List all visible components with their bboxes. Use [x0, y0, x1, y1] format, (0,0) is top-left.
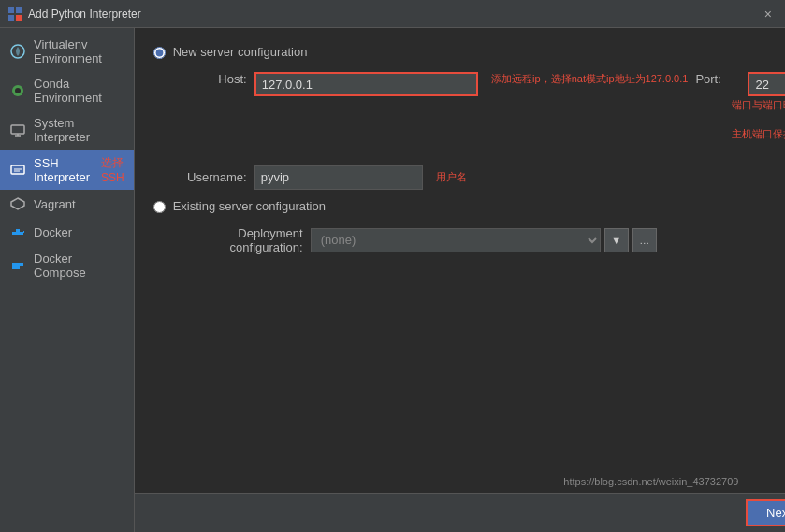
- title-bar: Add Python Interpreter ×: [0, 0, 785, 28]
- username-row: Username: 用户名: [172, 165, 785, 190]
- svg-marker-13: [11, 198, 24, 209]
- ssh-icon: [9, 162, 26, 179]
- svg-point-6: [15, 88, 21, 93]
- sidebar-item-dockercompose[interactable]: Docker Compose: [0, 246, 134, 285]
- svg-rect-0: [8, 7, 14, 13]
- sidebar-item-conda[interactable]: Conda Environment: [0, 71, 134, 110]
- sidebar: Virtualenv Environment Conda Environment…: [0, 28, 135, 532]
- host-annotation: 添加远程ip，选择nat模式ip地址为127.0.0.1: [491, 72, 688, 86]
- conda-label: Conda Environment: [34, 77, 124, 105]
- svg-rect-21: [16, 266, 20, 269]
- dialog-title: Add Python Interpreter: [28, 7, 759, 21]
- new-server-row: New server configuration: [153, 45, 785, 59]
- new-server-radio[interactable]: [153, 47, 166, 59]
- ssh-label: SSH Interpreter: [34, 156, 90, 184]
- new-server-label: New server configuration: [173, 45, 308, 59]
- sidebar-item-docker[interactable]: Docker: [0, 218, 134, 246]
- vagrant-icon: [9, 195, 26, 212]
- port-input[interactable]: [748, 72, 785, 96]
- host-input[interactable]: [254, 72, 478, 96]
- svg-rect-3: [16, 15, 22, 21]
- svg-rect-7: [11, 125, 24, 134]
- svg-rect-16: [20, 232, 23, 235]
- system-icon: [9, 122, 26, 138]
- svg-rect-18: [12, 263, 16, 266]
- sidebar-item-ssh[interactable]: SSH Interpreter 选择SSH: [0, 150, 134, 190]
- dockercompose-icon: [9, 257, 26, 274]
- bottom-bar: https://blog.csdn.net/weixin_43732709 Ne…: [135, 493, 785, 532]
- sidebar-item-system[interactable]: System Interpreter: [0, 110, 134, 150]
- watermark-text: https://blog.csdn.net/weixin_43732709: [563, 476, 738, 487]
- deployment-row: Deployment configuration: (none) ▼ …: [172, 226, 785, 254]
- virtualenv-icon: [9, 43, 26, 60]
- svg-rect-1: [16, 7, 22, 13]
- port-label: Port:: [695, 72, 720, 86]
- system-label: System Interpreter: [34, 116, 124, 144]
- svg-rect-15: [16, 232, 20, 235]
- svg-rect-19: [16, 263, 20, 266]
- svg-rect-22: [20, 263, 23, 266]
- svg-rect-17: [16, 229, 20, 232]
- username-annotation: 用户名: [436, 170, 467, 184]
- ssh-annotation: 选择SSH: [101, 155, 124, 184]
- svg-rect-2: [8, 15, 14, 21]
- new-server-form: Host: 添加远程ip，选择nat模式ip地址为127.0.0.1 Port:…: [172, 72, 785, 190]
- port-annotation: 端口与端口映射中主机端口保持一致: [729, 98, 785, 156]
- docker-icon: [9, 223, 26, 240]
- close-button[interactable]: ×: [759, 5, 778, 23]
- app-icon: [7, 7, 22, 22]
- vagrant-label: Vagrant: [34, 197, 76, 211]
- deployment-more-btn[interactable]: …: [632, 228, 657, 252]
- deployment-dropdown-btn[interactable]: ▼: [604, 228, 629, 252]
- docker-label: Docker: [34, 225, 72, 239]
- host-label: Host:: [172, 72, 247, 86]
- content-area: New server configuration Host: 添加远程ip，选择…: [135, 28, 785, 532]
- conda-icon: [9, 82, 26, 99]
- virtualenv-label: Virtualenv Environment: [34, 37, 124, 65]
- existing-server-radio[interactable]: [153, 201, 166, 213]
- deployment-controls: (none) ▼ …: [311, 228, 657, 252]
- sidebar-item-vagrant[interactable]: Vagrant: [0, 190, 134, 218]
- sidebar-item-virtualenv[interactable]: Virtualenv Environment: [0, 32, 134, 71]
- dialog-body: Virtualenv Environment Conda Environment…: [0, 28, 785, 532]
- existing-server-row: Existing server configuration: [153, 199, 785, 213]
- deployment-select[interactable]: (none): [311, 228, 601, 252]
- existing-server-label: Existing server configuration: [173, 199, 326, 213]
- deployment-label: Deployment configuration:: [172, 226, 303, 254]
- next-button[interactable]: Next: [746, 499, 785, 526]
- svg-rect-14: [12, 232, 16, 235]
- username-label: Username:: [172, 170, 247, 184]
- username-input[interactable]: [254, 165, 423, 190]
- dockercompose-label: Docker Compose: [34, 252, 124, 280]
- deployment-section: Deployment configuration: (none) ▼ …: [172, 226, 785, 254]
- svg-rect-20: [12, 266, 16, 269]
